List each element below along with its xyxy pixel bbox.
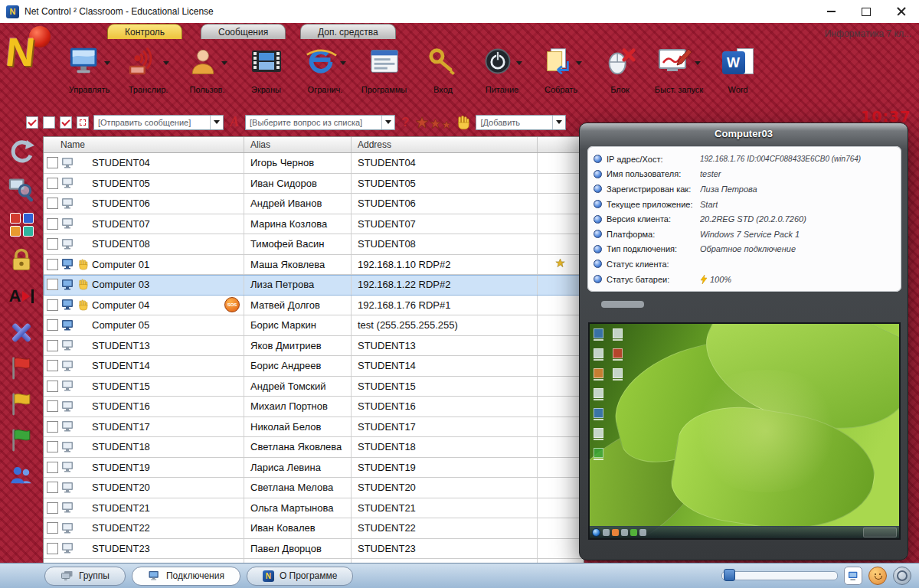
close-button[interactable] — [884, 0, 919, 23]
row-checkbox[interactable] — [47, 299, 58, 311]
add-question-dropdown[interactable]: [Добавить — [476, 115, 566, 130]
row-checkbox[interactable] — [47, 522, 58, 534]
table-row[interactable]: STUDENT08 SOS Тимофей Васин STUDENT08 — [44, 234, 584, 255]
row-checkbox[interactable] — [47, 543, 58, 554]
refresh-button[interactable] — [5, 138, 38, 167]
column-header-name[interactable]: Name — [44, 137, 244, 152]
dropdown-arrow-icon[interactable] — [221, 61, 227, 65]
column-header-alias[interactable]: Alias — [244, 137, 352, 152]
toolbar-item-word[interactable]: W Word — [708, 42, 767, 94]
question-list-dropdown[interactable]: [Выберите вопрос из списка] — [245, 115, 395, 130]
toolbar-item-screens[interactable]: Экраны — [237, 42, 296, 94]
table-row[interactable]: Computer 01 SOS Маша Яковлева 192.168.1.… — [44, 255, 584, 276]
toolbar-item-quick-launch[interactable]: Быст. запуск — [649, 42, 708, 94]
row-checkbox[interactable] — [47, 259, 58, 270]
table-row[interactable]: STUDENT18 SOS Светлана Яковлева STUDENT1… — [44, 437, 584, 458]
toolbar-item-manage[interactable]: Управлять — [60, 42, 119, 94]
check-all-icon[interactable] — [26, 116, 38, 129]
table-row[interactable]: STUDENT05 SOS Иван Сидоров STUDENT05 — [44, 174, 584, 194]
star-icon[interactable] — [442, 120, 451, 129]
tab-groups[interactable]: Группы — [44, 567, 126, 586]
lock-button[interactable] — [5, 246, 38, 275]
dropdown-arrow-icon[interactable] — [163, 61, 169, 65]
invert-check-icon[interactable] — [77, 116, 89, 129]
tab-connections[interactable]: Подключения — [132, 567, 240, 586]
star-icon[interactable] — [415, 116, 429, 129]
toolbar-item-collect[interactable]: Собрать — [531, 42, 590, 94]
tab-extra-tools[interactable]: Доп. средства — [300, 24, 396, 39]
row-checkbox[interactable] — [47, 340, 58, 351]
dropdown-arrow-icon[interactable] — [695, 61, 701, 65]
uncheck-all-icon[interactable] — [43, 116, 55, 129]
row-checkbox[interactable] — [47, 157, 58, 168]
tab-about[interactable]: N О Программе — [247, 567, 354, 586]
send-message-dropdown[interactable]: [Отправить сообщение] — [93, 115, 224, 130]
row-checkbox[interactable] — [47, 360, 58, 371]
smiley-face-button[interactable] — [868, 567, 887, 585]
tab-messages[interactable]: Сообщения — [201, 24, 286, 39]
row-checkbox[interactable] — [47, 238, 58, 250]
dropdown-arrow-icon[interactable] — [104, 61, 110, 65]
table-row[interactable]: Computer 05 SOS Борис Маркин test (255.2… — [44, 315, 584, 336]
table-row[interactable]: STUDENT17 SOS Николай Белов STUDENT17 — [44, 417, 584, 438]
disconnect-button[interactable] — [5, 318, 38, 347]
desktop-thumbnail[interactable] — [588, 322, 901, 540]
tab-control[interactable]: Контроль — [107, 24, 182, 39]
zoom-slider[interactable] — [721, 571, 838, 580]
row-checkbox[interactable] — [47, 462, 58, 473]
zoom-slider-handle[interactable] — [724, 569, 735, 581]
column-header-address[interactable]: Address — [352, 137, 538, 152]
table-row[interactable]: Computer 03 SOS Лиза Петрова 192.168.1.2… — [44, 275, 584, 296]
table-row[interactable]: STUDENT16 SOS Михаил Портнов STUDENT16 — [44, 397, 584, 417]
table-row[interactable]: STUDENT19 SOS Лариса Левина STUDENT19 — [44, 458, 584, 479]
yellow-flag-button[interactable] — [5, 390, 38, 419]
row-checkbox[interactable] — [47, 279, 58, 290]
dropdown-arrow-icon[interactable] — [340, 61, 346, 65]
row-checkbox[interactable] — [47, 218, 58, 230]
table-row[interactable]: Computer 04 SOS Матвей Долгов 192.168.1.… — [44, 296, 584, 316]
toolbar-item-programs[interactable]: Программы — [355, 42, 414, 94]
row-checkbox[interactable] — [47, 502, 58, 514]
table-row[interactable]: STUDENT07 SOS Марина Козлова STUDENT07 — [44, 214, 584, 235]
row-checkbox[interactable] — [47, 482, 58, 493]
row-checkbox[interactable] — [47, 198, 58, 209]
minimize-button[interactable] — [813, 0, 849, 23]
dropdown-arrow-icon[interactable] — [381, 116, 394, 129]
table-row[interactable]: STUDENT23 SOS Павел Дворцов STUDENT23 — [44, 539, 584, 560]
raised-hand-button[interactable] — [456, 115, 471, 130]
toolbar-item-login[interactable]: Вход — [414, 42, 473, 94]
row-checkbox[interactable] — [47, 178, 58, 189]
table-row[interactable]: STUDENT14 SOS Борис Андреев STUDENT14 — [44, 356, 584, 377]
gray-round-button[interactable] — [893, 567, 911, 585]
rename-button[interactable]: A — [5, 282, 38, 311]
dropdown-arrow-icon[interactable] — [516, 61, 522, 65]
dropdown-arrow-icon[interactable] — [552, 116, 565, 129]
maximize-button[interactable] — [849, 0, 884, 23]
toolbar-item-broadcast[interactable]: Транслир. — [119, 42, 178, 94]
table-row[interactable]: STUDENT21 SOS Ольга Мартынова STUDENT21 — [44, 498, 584, 519]
toolbar-item-restrict[interactable]: Огранич. — [296, 42, 355, 94]
font-style-button[interactable]: A — [228, 114, 240, 130]
table-row[interactable]: STUDENT06 SOS Андрей Иванов STUDENT06 — [44, 194, 584, 214]
green-flag-button[interactable] — [5, 426, 38, 455]
table-row[interactable]: STUDENT22 SOS Иван Ковалев STUDENT22 — [44, 518, 584, 539]
find-computer-button[interactable] — [5, 174, 38, 203]
row-checkbox[interactable] — [47, 421, 58, 433]
toolbar-item-power[interactable]: Питание — [473, 42, 531, 94]
toolbar-item-users[interactable]: Пользов. — [178, 42, 237, 94]
dropdown-arrow-icon[interactable] — [210, 116, 223, 129]
table-row[interactable]: STUDENT20 SOS Светлана Мелова STUDENT20 — [44, 478, 584, 498]
check-group-icon[interactable] — [60, 116, 72, 129]
table-row[interactable]: STUDENT13 SOS Яков Дмитриев STUDENT13 — [44, 336, 584, 357]
row-checkbox[interactable] — [47, 319, 58, 331]
screen-view-button[interactable] — [844, 567, 862, 585]
thumbnails-view-button[interactable] — [5, 210, 38, 239]
red-flag-button[interactable] — [5, 354, 38, 383]
table-row[interactable]: STUDENT15 SOS Андрей Томский STUDENT15 — [44, 377, 584, 397]
row-checkbox[interactable] — [47, 441, 58, 452]
users-group-button[interactable] — [5, 462, 38, 491]
dropdown-arrow-icon[interactable] — [576, 61, 582, 65]
star-icon[interactable] — [430, 118, 441, 129]
toolbar-item-block[interactable]: Блок — [590, 42, 649, 94]
row-checkbox[interactable] — [47, 381, 58, 392]
